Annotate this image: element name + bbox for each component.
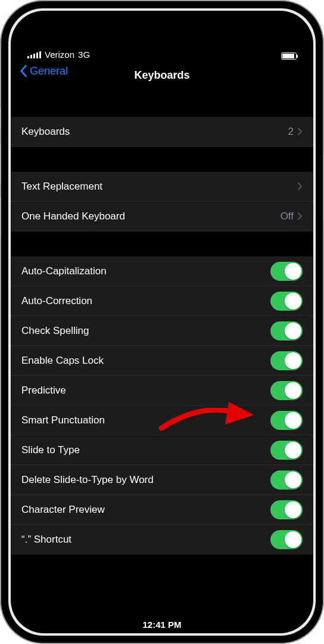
delete-slide-to-type-toggle[interactable] (270, 470, 303, 490)
settings-content[interactable]: Keyboards 2 Text Replacement One Handed … (11, 92, 313, 633)
cell-label: One Handed Keyboard (21, 210, 281, 222)
cell-label: Character Preview (21, 504, 270, 516)
period-shortcut-row: “.” Shortcut (11, 525, 313, 555)
text-replacement-row[interactable]: Text Replacement (11, 172, 313, 202)
enable-caps-lock-row: Enable Caps Lock (11, 346, 313, 376)
cell-label: Text Replacement (21, 181, 297, 193)
back-button[interactable]: General (19, 64, 68, 78)
smart-punctuation-toggle[interactable] (270, 411, 303, 430)
cell-label: Enable Caps Lock (21, 355, 270, 367)
slide-to-type-row: Slide to Type (11, 435, 313, 465)
device-frame: Verizon 3G 12:41 PM General Keyboards Ke… (0, 0, 324, 644)
auto-correction-toggle[interactable] (270, 292, 303, 311)
volume-up-button (0, 143, 1, 185)
chevron-right-icon (297, 212, 303, 221)
chevron-left-icon (19, 64, 27, 78)
cell-label: Keyboards (21, 126, 288, 138)
cell-label: Smart Punctuation (21, 414, 270, 426)
cell-label: Slide to Type (21, 444, 270, 456)
battery-icon (281, 52, 297, 60)
auto-correction-row: Auto-Correction (11, 286, 313, 316)
check-spelling-toggle[interactable] (270, 321, 303, 340)
one-handed-keyboard-row[interactable]: One Handed Keyboard Off (11, 202, 313, 231)
period-shortcut-toggle[interactable] (270, 530, 303, 549)
carrier-label: Verizon (45, 49, 74, 60)
keyboards-row[interactable]: Keyboards 2 (11, 117, 313, 147)
cell-label: Auto-Capitalization (21, 265, 270, 277)
smart-punctuation-row: Smart Punctuation (11, 405, 313, 435)
back-label: General (30, 65, 68, 78)
mute-switch (0, 107, 1, 129)
cell-label: “.” Shortcut (21, 534, 270, 546)
page-title: Keyboards (134, 69, 189, 82)
chevron-right-icon (297, 127, 303, 136)
cell-label: Auto-Correction (21, 295, 270, 307)
predictive-toggle[interactable] (270, 381, 303, 400)
clock: 12:41 PM (142, 620, 181, 630)
network-label: 3G (78, 49, 90, 60)
chevron-right-icon (297, 182, 303, 191)
screen: Verizon 3G 12:41 PM General Keyboards Ke… (11, 11, 313, 633)
cell-value: 2 (288, 126, 294, 138)
auto-capitalization-toggle[interactable] (270, 262, 303, 281)
character-preview-toggle[interactable] (270, 500, 303, 519)
volume-down-button (0, 197, 1, 239)
auto-capitalization-row: Auto-Capitalization (11, 256, 313, 286)
character-preview-row: Character Preview (11, 495, 313, 525)
cell-value: Off (281, 210, 294, 222)
cell-label: Delete Slide-to-Type by Word (21, 474, 270, 486)
nav-bar: General Keyboards (11, 63, 313, 92)
slide-to-type-toggle[interactable] (270, 441, 303, 460)
check-spelling-row: Check Spelling (11, 316, 313, 346)
signal-icon (27, 51, 41, 58)
cell-label: Check Spelling (21, 325, 270, 337)
cell-label: Predictive (21, 385, 270, 397)
status-bar: Verizon 3G 12:41 PM (11, 11, 313, 63)
delete-slide-to-type-row: Delete Slide-to-Type by Word (11, 465, 313, 495)
enable-caps-lock-toggle[interactable] (270, 351, 303, 370)
predictive-row: Predictive (11, 376, 313, 405)
